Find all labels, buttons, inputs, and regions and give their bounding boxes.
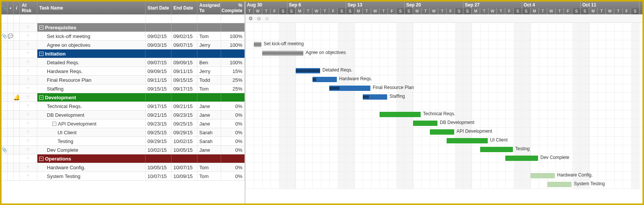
cell-info[interactable]: 🔔 [14, 93, 20, 102]
task-row[interactable]: Testing09/29/1510/02/15Sarah0% [2, 137, 245, 146]
cell-risk[interactable] [20, 172, 37, 180]
cell-attach[interactable] [2, 14, 8, 23]
cell-attach[interactable] [2, 49, 8, 58]
gantt-bar[interactable]: Staffing [363, 94, 387, 100]
gantt-task-row[interactable]: Agree on objectives [245, 49, 642, 58]
cell-attach[interactable] [2, 154, 8, 163]
cell-risk[interactable] [20, 102, 37, 110]
flag-icon[interactable] [26, 60, 31, 65]
cell-end-date[interactable]: 09/02/15 [171, 32, 197, 40]
cell-start-date[interactable]: 09/11/15 [146, 76, 171, 84]
cell-start-date[interactable]: 09/17/15 [146, 102, 171, 110]
cell-percent-complete[interactable]: 100% [221, 32, 245, 40]
cell-risk[interactable] [20, 93, 37, 102]
cell-attach[interactable] [2, 41, 8, 49]
cell-risk[interactable] [20, 14, 37, 23]
cell-task[interactable]: −Operations [37, 154, 146, 163]
task-row[interactable]: 📎💬Set kick-off meeting09/02/1509/02/15To… [2, 32, 245, 41]
gantt-task-row[interactable]: Technical Reqs. [245, 110, 642, 119]
cell-start-date[interactable] [146, 23, 171, 32]
cell-start-date[interactable]: 09/15/15 [146, 84, 171, 93]
gantt-bar[interactable]: UI Client [447, 138, 488, 143]
cell-end-date[interactable]: 10/02/15 [171, 137, 197, 145]
cell-percent-complete[interactable]: 100% [221, 41, 245, 49]
cell-risk[interactable] [20, 58, 37, 67]
flag-icon[interactable] [26, 165, 31, 170]
section-row[interactable]: 🔔−Development [2, 93, 245, 102]
cell-start-date[interactable]: 09/21/15 [146, 111, 171, 119]
cell-percent-complete[interactable] [221, 93, 245, 102]
cell-assigned-to[interactable]: Jane [197, 119, 221, 128]
cell-end-date[interactable] [171, 49, 197, 58]
cell-assigned-to[interactable]: Jane [197, 102, 221, 110]
cell-risk[interactable] [20, 49, 37, 58]
cell-comment[interactable] [8, 49, 14, 58]
cell-info[interactable] [14, 32, 20, 40]
cell-assigned-to[interactable] [197, 49, 221, 58]
gantt-task-row[interactable]: API Development [245, 128, 642, 137]
cell-task[interactable]: Testing [37, 137, 146, 145]
cell-percent-complete[interactable]: 0% [221, 146, 245, 154]
cell-end-date[interactable]: 09/17/15 [171, 84, 197, 93]
flag-icon[interactable] [26, 130, 31, 135]
cell-info[interactable] [14, 163, 20, 172]
cell-attach[interactable] [2, 119, 8, 128]
cell-percent-complete[interactable] [221, 49, 245, 58]
cell-comment[interactable] [8, 93, 14, 102]
cell-assigned-to[interactable] [197, 23, 221, 32]
cell-percent-complete[interactable]: 25% [221, 84, 245, 93]
cell-assigned-to[interactable]: Jerry [197, 41, 221, 49]
cell-task[interactable]: Technical Reqs. [37, 102, 146, 110]
cell-assigned-to[interactable]: Sarah [197, 137, 221, 145]
cell-end-date[interactable]: 09/25/15 [171, 119, 197, 128]
flag-icon[interactable] [26, 156, 31, 161]
task-row[interactable]: Agree on objectives09/03/1509/07/15Jerry… [2, 41, 245, 49]
cell-comment[interactable] [8, 128, 14, 137]
task-row[interactable]: UI Client09/25/1509/29/15Sarah0% [2, 128, 245, 137]
flag-icon[interactable] [26, 86, 31, 91]
cell-info[interactable] [14, 154, 20, 163]
cell-percent-complete[interactable]: 100% [221, 58, 245, 67]
gantt-bar[interactable]: Hardware Reqs. [312, 77, 337, 82]
cell-task[interactable]: −Prerequisites [37, 23, 146, 32]
cell-info[interactable] [14, 119, 20, 128]
cell-start-date[interactable]: 10/02/15 [146, 146, 171, 154]
cell-comment[interactable]: 💬 [8, 32, 14, 40]
cell-task[interactable]: DB Development [37, 111, 146, 119]
cell-attach[interactable] [2, 172, 8, 180]
gantt-task-row[interactable]: Detailed Reqs. [245, 67, 642, 75]
gantt-bar[interactable]: Detailed Reqs. [296, 68, 320, 73]
gantt-section-row[interactable] [245, 58, 642, 67]
cell-task[interactable]: System Testing [37, 172, 146, 180]
cell-comment[interactable] [8, 76, 14, 84]
cell-start-date[interactable] [146, 14, 171, 23]
cell-info[interactable] [14, 23, 20, 32]
task-row[interactable]: System Testing10/07/1510/09/15Tom0% [2, 172, 245, 181]
collapse-icon[interactable]: − [39, 52, 43, 56]
cell-info[interactable] [14, 111, 20, 119]
cell-attach[interactable] [2, 163, 8, 172]
gantt-bar[interactable]: Technical Reqs. [380, 112, 421, 117]
cell-task[interactable]: −Development [37, 93, 146, 102]
gantt-bar[interactable]: DB Development [413, 121, 437, 126]
zoom-in-icon[interactable]: ⊕ [265, 16, 269, 21]
col-info-icon[interactable]: i [14, 2, 20, 14]
cell-task[interactable]: Dev Complete [37, 146, 146, 154]
cell-percent-complete[interactable]: 0% [221, 172, 245, 180]
col-end-date[interactable]: End Date [171, 2, 197, 14]
cell-attach[interactable] [2, 128, 8, 137]
flag-icon[interactable] [26, 121, 31, 126]
cell-assigned-to[interactable]: Tom [197, 163, 221, 172]
flag-icon[interactable] [26, 95, 31, 100]
cell-start-date[interactable]: 09/02/15 [146, 32, 171, 40]
cell-assigned-to[interactable]: Tom [197, 32, 221, 40]
gantt-task-row[interactable]: DB Development [245, 119, 642, 128]
cell-percent-complete[interactable] [221, 154, 245, 163]
col-assigned-to[interactable]: Assigned To [197, 2, 221, 14]
cell-start-date[interactable]: 09/29/15 [146, 137, 171, 145]
gantt-bar[interactable]: Agree on objectives [262, 51, 303, 56]
cell-task[interactable]: UI Client [37, 128, 146, 137]
task-row[interactable]: Hardware Reqs.09/09/1509/11/15Jerry15% [2, 67, 245, 76]
cell-task[interactable]: Final Resource Plan [37, 76, 146, 84]
cell-start-date[interactable]: 10/07/15 [146, 172, 171, 180]
